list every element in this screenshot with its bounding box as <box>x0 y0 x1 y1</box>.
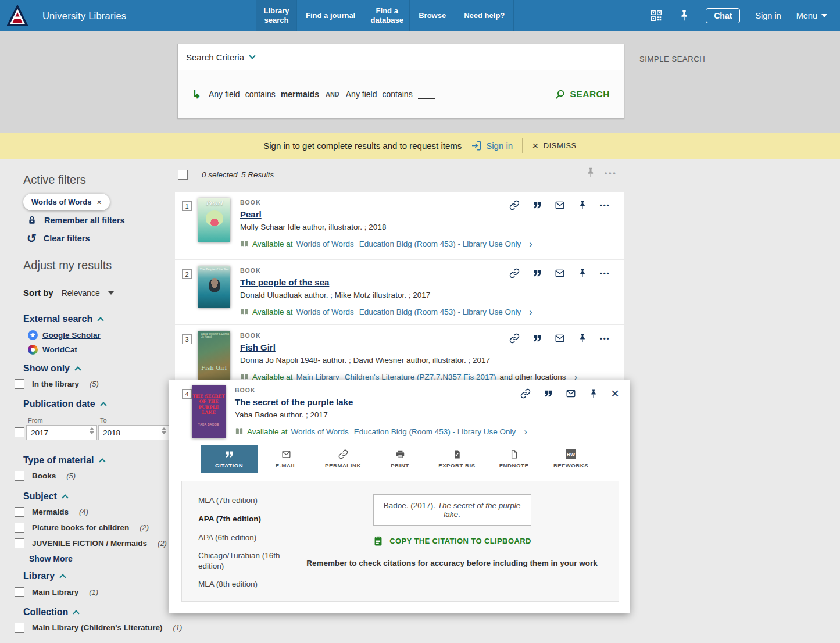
search-criteria-header[interactable]: Search Criteria <box>178 44 624 70</box>
availability-row[interactable]: Available at Worlds of Words Education B… <box>240 307 532 317</box>
book-cover-pearl[interactable]: Pearl <box>198 198 230 242</box>
remove-filter-icon[interactable]: × <box>97 198 102 206</box>
main-library-childrens-checkbox[interactable] <box>15 623 24 633</box>
pubdate-checkbox[interactable] <box>15 427 24 437</box>
citation-icon[interactable] <box>532 333 542 344</box>
section-type-of-material[interactable]: Type of material <box>23 455 105 466</box>
op1-select[interactable]: contains <box>245 90 276 99</box>
worldcat-link[interactable]: WorldCat <box>28 345 77 355</box>
section-collection[interactable]: Collection <box>23 607 78 617</box>
pubdate-to-input[interactable] <box>98 425 169 440</box>
email-icon[interactable] <box>555 268 565 278</box>
select-all-checkbox[interactable] <box>178 170 188 180</box>
picture-books-checkbox[interactable] <box>15 523 24 533</box>
result-title-link[interactable]: The people of the sea <box>240 277 329 287</box>
permalink-icon[interactable] <box>509 268 520 278</box>
citation-icon[interactable] <box>532 200 542 210</box>
field1-select[interactable]: Any field <box>209 90 240 99</box>
nav-library-search[interactable]: Library search <box>256 0 296 31</box>
sign-in-link[interactable]: Sign in <box>755 11 781 20</box>
empty-term-input[interactable] <box>418 90 435 99</box>
search-button[interactable]: SEARCH <box>555 89 610 100</box>
style-mla8[interactable]: MLA (8th edition) <box>198 579 285 590</box>
university-logo-icon[interactable] <box>7 5 28 27</box>
mermaids-checkbox[interactable] <box>15 507 24 517</box>
tab-refworks[interactable]: RW REFWORKS <box>542 445 599 473</box>
bool-operator[interactable]: AND <box>326 91 339 98</box>
qr-code-icon[interactable] <box>650 9 663 22</box>
style-mla7[interactable]: MLA (7th edition) <box>198 495 285 506</box>
tab-email[interactable]: E-MAIL <box>258 445 314 473</box>
books-checkbox[interactable] <box>15 471 24 481</box>
pin-icon[interactable] <box>678 9 691 22</box>
pin-icon[interactable] <box>577 268 588 278</box>
banner-sign-in-button[interactable]: Sign in <box>471 140 513 151</box>
copy-citation-button[interactable]: COPY THE CITATION TO CLIPBOARD <box>373 535 531 546</box>
stepper-arrows-icon[interactable] <box>162 427 166 434</box>
style-apa6[interactable]: APA (6th edition) <box>198 533 285 543</box>
tab-endnote[interactable]: ENDNOTE <box>485 445 542 473</box>
pin-icon[interactable] <box>588 388 599 399</box>
remember-all-filters-button[interactable]: Remember all filters <box>27 215 125 226</box>
availability-row[interactable]: Available at Worlds of Words Education B… <box>240 239 532 249</box>
nav-browse[interactable]: Browse <box>409 0 455 31</box>
tab-citation[interactable]: CITATION <box>201 445 258 473</box>
citation-icon[interactable] <box>532 268 542 278</box>
tab-print[interactable]: PRINT <box>371 445 428 473</box>
pubdate-from-input[interactable] <box>26 425 97 440</box>
pin-results-icon[interactable] <box>585 167 596 178</box>
style-chicago[interactable]: Chicago/Turabian (16th edition) <box>198 551 285 571</box>
pin-icon[interactable] <box>577 333 588 344</box>
result-title-link[interactable]: Fish Girl <box>240 342 276 352</box>
section-subject[interactable]: Subject <box>23 491 67 502</box>
search-term[interactable]: mermaids <box>281 90 319 99</box>
permalink-icon[interactable] <box>509 333 520 344</box>
book-cover-fish-girl[interactable]: David Wiesner & Donna Jo NapoliFish Girl <box>198 331 230 380</box>
sublocation-link[interactable]: Education Bldg (Room 453) - Library Use … <box>359 308 521 316</box>
juvenile-fiction-checkbox[interactable] <box>15 538 24 548</box>
location-link[interactable]: Worlds of Words <box>291 427 349 436</box>
menu-button[interactable]: Menu <box>796 11 827 20</box>
main-library-checkbox[interactable] <box>15 587 24 597</box>
nav-find-a-database[interactable]: Find a database <box>364 0 409 31</box>
dismiss-button[interactable]: × DISMISS <box>532 140 577 151</box>
results-more-icon[interactable]: ••• <box>605 169 617 177</box>
sublocation-link[interactable]: Education Bldg (Room 453) - Library Use … <box>359 240 521 248</box>
pin-icon[interactable] <box>577 200 588 210</box>
result-title-link[interactable]: The secret of the purple lake <box>235 397 353 407</box>
in-the-library-checkbox[interactable] <box>15 379 24 389</box>
location-link[interactable]: Worlds of Words <box>296 308 354 316</box>
section-publication-date[interactable]: Publication date <box>23 399 106 409</box>
more-actions-icon[interactable]: ••• <box>600 268 610 278</box>
style-apa7[interactable]: APA (7th edition) <box>198 514 285 524</box>
section-library[interactable]: Library <box>23 571 65 581</box>
nav-need-help[interactable]: Need help? <box>455 0 514 31</box>
sort-by-dropdown[interactable]: Relevance <box>62 288 114 298</box>
sublocation-link[interactable]: Education Bldg (Room 453) - Library Use … <box>354 427 516 436</box>
simple-search-link[interactable]: SIMPLE SEARCH <box>639 55 705 63</box>
chat-button[interactable]: Chat <box>706 8 740 23</box>
op2-select[interactable]: contains <box>382 90 412 99</box>
email-icon[interactable] <box>566 388 576 399</box>
google-scholar-link[interactable]: Google Scholar <box>28 330 101 340</box>
stepper-arrows-icon[interactable] <box>90 427 94 434</box>
filter-chip-worlds-of-words[interactable]: Worlds of Words × <box>23 194 110 210</box>
permalink-icon[interactable] <box>520 388 531 399</box>
email-icon[interactable] <box>555 333 565 344</box>
show-more-link[interactable]: Show More <box>29 554 73 563</box>
location-link[interactable]: Worlds of Words <box>296 240 354 248</box>
permalink-icon[interactable] <box>509 200 520 210</box>
citation-icon[interactable] <box>543 388 553 399</box>
section-show-only[interactable]: Show only <box>23 363 80 374</box>
more-actions-icon[interactable]: ••• <box>600 333 610 344</box>
section-external-search[interactable]: External search <box>23 314 103 324</box>
book-cover-purple-lake[interactable]: THE SECRET OF THE PURPLE LAKEYABA BADOE <box>192 385 226 438</box>
clear-filters-button[interactable]: ↺ Clear filters <box>27 233 90 244</box>
email-icon[interactable] <box>555 200 565 210</box>
result-title-link[interactable]: Pearl <box>240 209 262 219</box>
more-actions-icon[interactable]: ••• <box>600 200 610 210</box>
close-icon[interactable]: × <box>611 388 619 399</box>
field2-select[interactable]: Any field <box>346 90 377 99</box>
tab-export-ris[interactable]: EXPORT RIS <box>428 445 485 473</box>
nav-find-a-journal[interactable]: Find a journal <box>296 0 364 31</box>
